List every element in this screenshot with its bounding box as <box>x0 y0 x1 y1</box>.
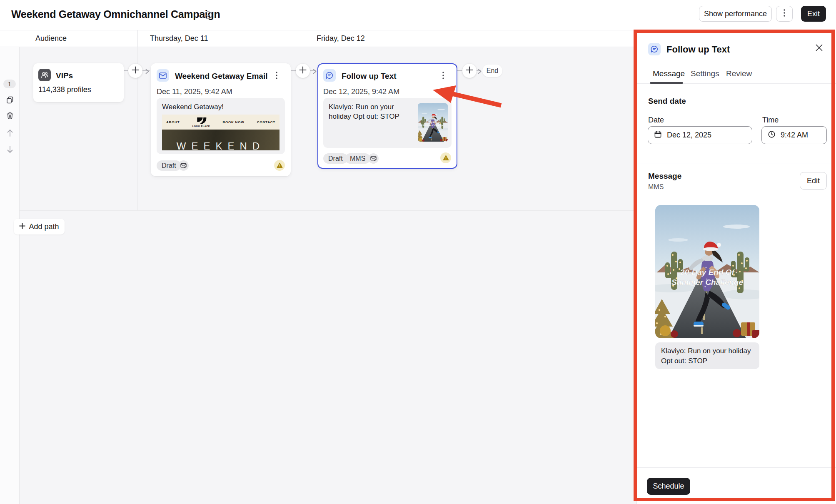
email-nav-contact: CONTACT <box>257 120 275 124</box>
email-card-kebab-button[interactable] <box>272 70 282 80</box>
panel-close-button[interactable] <box>813 42 825 54</box>
time-field-label: Time <box>762 116 779 125</box>
move-row-up-icon[interactable] <box>6 128 14 137</box>
show-performance-button[interactable]: Show performance <box>699 6 772 22</box>
check-circle-icon <box>204 11 212 20</box>
sms-icon <box>323 69 336 82</box>
sms-step-title: Follow up Text <box>342 72 397 81</box>
email-nav-book-now: BOOK NOW <box>222 120 244 124</box>
header-divider <box>797 8 797 20</box>
connector-arrow-icon <box>478 68 482 76</box>
column-separator <box>303 30 303 47</box>
time-input[interactable]: 9:42 AM <box>761 126 827 144</box>
email-status-badge: Draft <box>157 160 181 171</box>
email-hero-text: WEEKEND <box>177 141 265 150</box>
date-field-label: Date <box>648 116 664 125</box>
message-bubble-line2: Opt out: STOP <box>661 356 754 366</box>
email-channel-icon <box>178 160 189 171</box>
close-icon <box>816 44 823 53</box>
message-bubble: Klaviyo: Run on your holiday Opt out: ST… <box>655 342 759 369</box>
edit-message-button[interactable]: Edit <box>800 172 827 190</box>
audience-name: VIPs <box>56 71 73 80</box>
email-step-title: Weekend Getaway Email <box>175 72 267 81</box>
add-step-button[interactable] <box>128 64 142 78</box>
email-nav-about: ABOUT <box>166 120 180 124</box>
add-path-button[interactable]: Add path <box>14 219 65 235</box>
clock-icon <box>768 130 776 140</box>
kebab-icon <box>784 9 785 19</box>
message-bubble-line1: Klaviyo: Run on your holiday <box>661 346 754 356</box>
email-subject: Weekend Getaway! <box>162 103 279 111</box>
sms-preview: Klaviyo: Run on your holiday Opt out: ST… <box>323 98 452 148</box>
sms-warning-icon <box>440 152 451 163</box>
row-number-badge: 1 <box>3 80 16 88</box>
delete-row-icon[interactable] <box>6 112 14 120</box>
calendar-icon <box>654 130 662 140</box>
sms-preview-text: Klaviyo: Run on your holiday Opt out: ST… <box>329 102 411 122</box>
end-node: End <box>482 65 502 77</box>
plus-icon <box>132 66 139 75</box>
email-mock: ABOUT LOGO PLACE BOOK NOW CONTACT WEEKEN… <box>162 115 279 150</box>
message-heading: Message <box>648 172 681 181</box>
email-preview: Weekend Getaway! ABOUT LOGO PLACE BOOK N… <box>157 98 285 154</box>
plus-icon <box>19 222 25 231</box>
connector-arrow-icon <box>145 68 149 76</box>
exit-button[interactable]: Exit <box>801 6 826 22</box>
add-step-button[interactable] <box>296 64 310 78</box>
add-path-label: Add path <box>29 222 59 231</box>
sms-channel-icon <box>368 153 379 164</box>
column-separator <box>137 30 138 47</box>
tab-settings[interactable]: Settings <box>691 69 719 78</box>
mms-image-preview <box>655 205 759 338</box>
sms-preview-image <box>418 103 448 142</box>
tab-review[interactable]: Review <box>726 69 752 78</box>
grid-line-horizontal <box>20 210 636 211</box>
schedule-button[interactable]: Schedule <box>647 478 690 495</box>
time-value: 9:42 AM <box>781 131 808 140</box>
audience-icon <box>38 69 51 81</box>
sms-card-kebab-button[interactable] <box>438 70 448 80</box>
audience-profile-count: 114,338 profiles <box>38 85 91 94</box>
message-channel-label: MMS <box>648 183 664 191</box>
move-row-down-icon[interactable] <box>6 145 14 153</box>
column-header-thursday: Thursday, Dec 11 <box>150 34 208 43</box>
email-mock-nav: ABOUT LOGO PLACE BOOK NOW CONTACT <box>162 115 279 130</box>
email-warning-icon <box>274 160 285 171</box>
send-date-heading: Send date <box>648 97 686 106</box>
email-icon <box>157 69 169 82</box>
page-title: Weekend Getaway Omnichannel Campaign <box>11 8 220 20</box>
tab-message[interactable]: Message <box>653 69 685 78</box>
panel-title: Follow up Text <box>666 44 730 55</box>
date-input[interactable]: Dec 12, 2025 <box>648 126 752 144</box>
audience-card[interactable]: VIPs 114,338 profiles <box>33 63 124 102</box>
email-mock-logo: LOGO PLACE <box>192 117 210 127</box>
plus-icon <box>299 66 307 75</box>
email-hero-image: WEEKEND <box>162 130 279 150</box>
add-step-button[interactable] <box>462 64 477 78</box>
column-header-audience: Audience <box>35 34 67 43</box>
column-header-friday: Friday, Dec 12 <box>317 34 365 43</box>
date-value: Dec 12, 2025 <box>667 131 711 140</box>
logo-mark-icon <box>195 117 207 125</box>
email-step-card[interactable]: Weekend Getaway Email Dec 11, 2025, 9:42… <box>151 63 291 176</box>
campaign-builder-app: 20-Day End Of Summer Challenge Weekend G… <box>0 0 836 504</box>
connector-arrow-icon <box>313 68 317 76</box>
active-tab-underline <box>650 82 683 84</box>
sms-send-datetime: Dec 12, 2025, 9:42 AM <box>323 87 399 96</box>
plus-icon <box>466 66 473 75</box>
duplicate-row-icon[interactable] <box>6 96 14 104</box>
header-kebab-menu-button[interactable] <box>776 6 793 22</box>
sms-channel-badge: MMS <box>345 153 370 164</box>
footer-divider <box>637 467 836 468</box>
section-divider <box>637 164 836 164</box>
sms-status-badge: Draft <box>323 153 348 164</box>
panel-sms-icon <box>648 43 661 55</box>
email-send-datetime: Dec 11, 2025, 9:42 AM <box>157 87 232 96</box>
sms-step-card[interactable]: Follow up Text Dec 12, 2025, 9:42 AM Kla… <box>317 63 457 169</box>
email-logo-caption: LOGO PLACE <box>192 125 210 127</box>
